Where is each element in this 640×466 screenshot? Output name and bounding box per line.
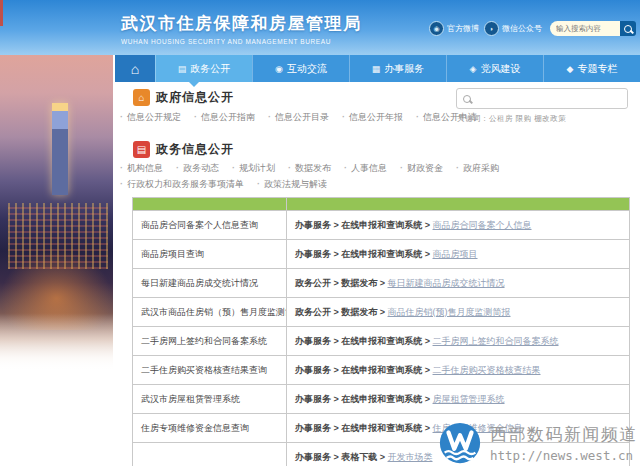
nav-tab-5[interactable]: ◆专题专栏 [543,55,640,82]
query-link[interactable]: 二手住房购买资格核查结果 [433,365,541,375]
table-header-cell [287,198,630,211]
section-link[interactable]: 政府采购 [456,162,499,175]
photo-bottom-fade [0,313,113,371]
query-name-cell: 商品房项目查询 [133,240,287,269]
section-link[interactable]: 信息公开指南 [194,111,255,124]
query-name-cell: 住房专项维修资金信息查询 [133,414,287,443]
shield-icon: ◆ [567,64,574,74]
query-name-cell: 商品房合同备案个人信息查询 [133,211,287,240]
section-gov-info-title: 政府信息公开 [156,89,234,106]
table-row: 二手住房购买资格核查结果查询办事服务 > 在线申报和查询系统 > 二手住房购买资… [133,356,630,385]
query-path-cell: 政务公开 > 数据发布 > 商品住房销(预)售月度监测简报 [287,298,630,327]
page: { "header": { "title": "武汉市住房保障和房屋管理局", … [0,0,640,466]
watermark: 西部数码新闻频道 http://news.west.cn [437,420,638,466]
section-link[interactable]: 人事信息 [344,162,387,175]
nav-tab-3[interactable]: ▦办事服务 [349,55,446,82]
query-name-cell: 二手住房购买资格核查结果查询 [133,356,287,385]
nav-tab-label: 政务公开 [190,62,230,76]
query-link[interactable]: 每日新建商品房成交统计情况 [388,278,505,288]
site-title: 武汉市住房保障和房屋管理局 [121,12,362,35]
gov-doc-icon: ▤ [133,141,150,158]
wechat-label: 微信公众号 [502,23,542,34]
city-night-photo [0,55,113,371]
table-header-row [133,198,630,211]
section-link[interactable]: 信息公开年报 [342,111,403,124]
section-link[interactable]: 财政资金 [400,162,443,175]
section-link[interactable]: 政策法规与解读 [257,178,327,191]
breadcrumb: 办事服务 > 在线申报和查询系统 > [295,249,433,259]
query-link[interactable]: 商品房项目 [433,249,478,259]
nav-tab-label: 专题专栏 [577,62,617,76]
watermark-channel-name: 西部数码新闻频道 [490,423,638,446]
nav-tab-label: 党风建设 [480,62,520,76]
wechat-icon: ◗ [484,21,499,36]
query-path-cell: 办事服务 > 在线申报和查询系统 > 二手房网上签约和合同备案系统 [287,327,630,356]
breadcrumb: 办事服务 > 在线申报和查询系统 > [295,423,433,433]
nav-tab-2[interactable]: ◉互动交流 [252,55,349,82]
section-link[interactable]: 数据发布 [288,162,331,175]
info-search-box [456,88,628,109]
query-name-cell: 二手房网上签约和合同备案系统 [133,327,287,356]
breadcrumb: 办事服务 > 在线申报和查询系统 > [295,394,433,404]
query-name-cell: 武汉市商品住房销（预）售月度监测简报 [133,298,287,327]
nav-tab-1[interactable]: ▤政务公开 [155,55,252,82]
search-icon [624,25,632,33]
header-search-button[interactable] [620,21,636,36]
service-grid-icon: ▦ [372,64,381,74]
breadcrumb: 办事服务 > 在线申报和查询系统 > [295,220,433,230]
table-row: 武汉市房屋租赁管理系统办事服务 > 在线申报和查询系统 > 房屋租赁管理系统 [133,385,630,414]
section-link[interactable]: 行政权力和政务服务事项清单 [120,178,244,191]
query-link[interactable]: 商品住房销(预)售月度监测简报 [388,307,511,317]
wechat-entry[interactable]: ◗ 微信公众号 [484,21,542,36]
weibo-icon: ◉ [429,21,444,36]
query-path-cell: 办事服务 > 在线申报和查询系统 > 商品房合同备案个人信息 [287,211,630,240]
weibo-entry[interactable]: ◉ 官方微博 [429,21,479,36]
nav-tab-label: 互动交流 [287,62,327,76]
query-link[interactable]: 商品房合同备案个人信息 [433,220,532,230]
info-search-input[interactable] [475,90,627,107]
breadcrumb: 政务公开 > 数据发布 > [295,307,388,317]
left-edge-artifact [0,0,3,26]
header-search [550,21,636,36]
table-header-cell [133,198,287,211]
table-row: 每日新建商品房成交统计情况政务公开 > 数据发布 > 每日新建商品房成交统计情况 [133,269,630,298]
query-path-cell: 政务公开 > 数据发布 > 每日新建商品房成交统计情况 [287,269,630,298]
affairs-links-row2: 行政权力和政务服务事项清单政策法规与解读 [120,178,327,191]
query-link[interactable]: 房屋租赁管理系统 [433,394,505,404]
query-name-cell: 武汉市房屋租赁管理系统 [133,385,287,414]
section-link[interactable]: 规划计划 [232,162,275,175]
section-affairs-header: ▤ 政务信息公开 [133,141,234,158]
doc-grid-icon: ▤ [178,64,187,74]
section-link[interactable]: 信息公开目录 [268,111,329,124]
query-path-cell: 办事服务 > 在线申报和查询系统 > 商品房项目 [287,240,630,269]
nav-home-tab[interactable]: ⌂ [115,55,155,82]
query-link[interactable]: 开发市场类 [388,452,433,462]
section-link[interactable]: 机构信息 [120,162,163,175]
table-row: 武汉市商品住房销（预）售月度监测简报政务公开 > 数据发布 > 商品住房销(预)… [133,298,630,327]
gov-info-links: 信息公开规定信息公开指南信息公开目录信息公开年报信息公开申请 [120,111,477,124]
gov-building-icon: ⌂ [133,89,150,106]
skyscraper-shape [52,103,68,195]
weibo-label: 官方微博 [447,23,479,34]
query-name-cell: 每日新建商品房成交统计情况 [133,269,287,298]
header-search-input[interactable] [550,21,620,36]
nav-tab-4[interactable]: ◈党风建设 [446,55,543,82]
watermark-url: http://news.west.cn [490,448,638,463]
table-row: 二手房网上签约和合同备案系统办事服务 > 在线申报和查询系统 > 二手房网上签约… [133,327,630,356]
section-link[interactable]: 政务动态 [176,162,219,175]
party-building-icon: ◈ [470,64,477,74]
search-keywords: 关键词：公租房 限购 棚改政策 [457,114,566,124]
section-affairs-title: 政务信息公开 [156,141,234,158]
query-name-cell [133,443,287,466]
chat-icon: ◉ [275,64,283,74]
query-path-cell: 办事服务 > 在线申报和查询系统 > 二手住房购买资格核查结果 [287,356,630,385]
section-link[interactable]: 信息公开规定 [120,111,181,124]
query-link[interactable]: 二手房网上签约和合同备案系统 [433,336,559,346]
query-path-cell: 办事服务 > 在线申报和查询系统 > 房屋租赁管理系统 [287,385,630,414]
site-brand: 武汉市住房保障和房屋管理局 WUHAN HOUSING SECURITY AND… [121,12,362,45]
table-row: 商品房项目查询办事服务 > 在线申报和查询系统 > 商品房项目 [133,240,630,269]
table-row: 商品房合同备案个人信息查询办事服务 > 在线申报和查询系统 > 商品房合同备案个… [133,211,630,240]
search-icon [463,95,471,103]
watermark-text: 西部数码新闻频道 http://news.west.cn [490,423,638,463]
header-right: ◉ 官方微博 ◗ 微信公众号 [429,21,636,36]
